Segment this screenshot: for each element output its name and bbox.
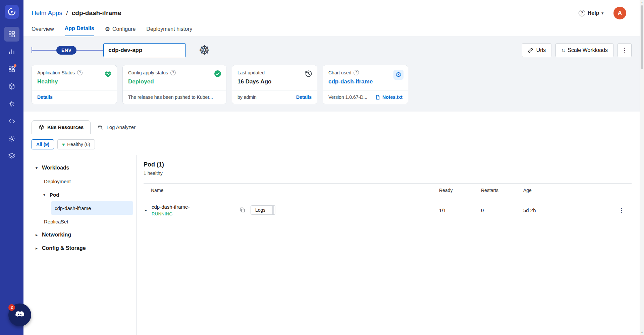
tab-log-analyzer[interactable]: Log Analyzer	[91, 120, 143, 134]
tree-node-cdp-dash-iframe[interactable]: cdp-dash-iframe	[51, 201, 133, 215]
kebab-icon: ⋮	[621, 46, 628, 54]
breadcrumb-helm-apps-link[interactable]: Helm Apps	[32, 9, 62, 16]
sidebar-item-applications[interactable]	[4, 27, 19, 42]
help-label: Help	[588, 10, 599, 16]
scroll-thumb[interactable]	[641, 5, 643, 69]
cube-icon	[39, 124, 44, 130]
tree-node-pod[interactable]: ▾ Pod	[23, 188, 136, 201]
tab-k8s-resources[interactable]: K8s Resources	[32, 120, 91, 134]
breadcrumb-current: cdp-dash-iframe	[72, 9, 121, 16]
chart-used-link[interactable]: cdp-dash-iframe	[328, 78, 373, 85]
layers-icon	[8, 152, 15, 160]
resources-split: ▾ Workloads Deployment ▾ Pod cdp-dash-if…	[23, 155, 640, 335]
config-apply-value: Deployed	[128, 78, 221, 85]
app-nav-tabs: Overview App Details ⚙ Configure Deploym…	[23, 19, 640, 36]
breadcrumb-separator: /	[66, 9, 68, 16]
tree-node-deployment[interactable]: Deployment	[23, 175, 136, 188]
gear-icon	[8, 135, 15, 142]
sidebar-item-stack-manager[interactable]	[4, 149, 19, 163]
last-updated-details-link[interactable]: Details	[296, 94, 312, 100]
heart-icon: ♥	[62, 142, 65, 147]
help-question-icon[interactable]: ?	[170, 70, 176, 75]
resource-tabs: K8s Resources Log Analyzer	[23, 112, 640, 134]
tree-node-replicaset[interactable]: ReplicaSet	[23, 215, 136, 228]
sidebar-item-security[interactable]	[4, 96, 19, 111]
more-options-button[interactable]: ⋮	[618, 43, 632, 57]
tree-workloads-label: Workloads	[42, 165, 69, 171]
pod-table-header: Name Ready Restarts Age	[144, 183, 632, 197]
link-icon	[528, 48, 533, 53]
breadcrumb: Helm Apps / cdp-dash-iframe	[32, 9, 121, 17]
application-status-title: Application Status	[37, 70, 75, 75]
chevron-down-icon: ▾	[42, 193, 46, 197]
application-status-card: Application Status ? Healthy Details	[32, 65, 117, 104]
support-chat-button[interactable]: 2	[8, 304, 31, 326]
application-status-details-link[interactable]: Details	[37, 94, 53, 100]
tree-networking-label: Networking	[42, 232, 71, 238]
avatar[interactable]: A	[613, 7, 626, 19]
logo-swirl-icon	[7, 7, 16, 16]
grid-icon	[8, 30, 15, 38]
env-badge: ENV	[56, 46, 76, 55]
last-updated-value: 16 Days Ago	[237, 78, 312, 85]
tab-deployment-history-label: Deployment history	[146, 26, 192, 32]
tree-node-config-storage[interactable]: ▸ Config & Storage	[23, 242, 136, 255]
scroll-down-arrow[interactable]: ▼	[640, 330, 644, 335]
tab-deployment-history[interactable]: Deployment history	[146, 26, 192, 36]
tab-app-details[interactable]: App Details	[65, 25, 94, 36]
sidebar-item-code-editor[interactable]	[4, 114, 19, 129]
notification-dot	[14, 64, 16, 67]
pod-panel: Pod (1) 1 healthy Name Ready Restarts Ag…	[137, 155, 640, 335]
pod-name[interactable]: cdp-dash-iframe-	[152, 204, 240, 210]
chevron-right-icon: ▸	[35, 246, 39, 251]
tab-app-details-label: App Details	[65, 25, 94, 31]
file-icon	[375, 95, 380, 100]
table-row: ▸ cdp-dash-iframe- RUNNING Lo	[144, 197, 632, 223]
config-apply-title: Config apply status	[128, 70, 168, 75]
chevron-down-icon: ▾	[601, 11, 603, 15]
col-restarts: Restarts	[481, 188, 523, 193]
env-connector-line	[32, 50, 56, 51]
sidebar-item-jobs[interactable]	[4, 44, 19, 59]
sidebar-item-chart-store[interactable]	[4, 79, 19, 94]
header-actions: ? Help ▾ A	[579, 7, 626, 19]
tab-overview[interactable]: Overview	[32, 26, 54, 36]
copy-icon[interactable]	[240, 207, 245, 213]
tree-node-networking[interactable]: ▸ Networking	[23, 228, 136, 242]
history-icon	[305, 70, 313, 78]
tree-deployment-label: Deployment	[44, 179, 71, 184]
col-ready: Ready	[439, 188, 481, 193]
scale-workloads-label: Scale Workloads	[568, 47, 608, 53]
code-icon	[8, 118, 15, 125]
filter-healthy[interactable]: ♥ Healthy (6)	[57, 139, 95, 149]
app-summary-band: ENV ☸ Urls ↑↓ Scale Workloads ⋮	[23, 36, 640, 112]
tab-log-analyzer-label: Log Analyzer	[106, 124, 136, 130]
col-name: Name	[144, 188, 439, 193]
tab-overview-label: Overview	[32, 26, 54, 32]
tree-node-workloads[interactable]: ▾ Workloads	[23, 161, 136, 175]
help-question-icon[interactable]: ?	[354, 70, 359, 75]
sidebar-item-app-groups[interactable]	[4, 62, 19, 76]
row-kebab-menu[interactable]: ⋮	[611, 206, 632, 214]
scroll-up-arrow[interactable]: ▲	[640, 0, 644, 5]
filter-all[interactable]: All (9)	[32, 139, 54, 149]
scrollbar[interactable]: ▲ ▼	[640, 0, 644, 335]
log-search-icon	[98, 124, 103, 130]
logs-button[interactable]: Logs	[251, 205, 270, 215]
page-header: Helm Apps / cdp-dash-iframe ? Help ▾ A	[23, 0, 640, 19]
urls-button[interactable]: Urls	[522, 43, 551, 57]
resource-tree: ▾ Workloads Deployment ▾ Pod cdp-dash-if…	[23, 155, 137, 335]
help-menu[interactable]: ? Help ▾	[579, 10, 603, 16]
notes-txt-link[interactable]: Notes.txt	[382, 94, 402, 100]
help-question-icon[interactable]: ?	[77, 70, 83, 75]
chart-used-card: Chart used ? cdp-dash-iframe ⚙ Version 1…	[323, 65, 408, 104]
logs-split-grip[interactable]	[270, 205, 275, 215]
scale-workloads-button[interactable]: ↑↓ Scale Workloads	[555, 43, 613, 57]
app-name-input[interactable]	[103, 43, 186, 57]
row-expand-caret[interactable]: ▸	[145, 208, 152, 212]
tab-configure[interactable]: ⚙ Configure	[105, 26, 136, 36]
sidebar-item-global-config[interactable]	[4, 131, 19, 146]
tab-configure-label: Configure	[112, 26, 136, 32]
devtron-logo[interactable]	[5, 5, 19, 19]
pod-age: 5d 2h	[523, 207, 611, 213]
